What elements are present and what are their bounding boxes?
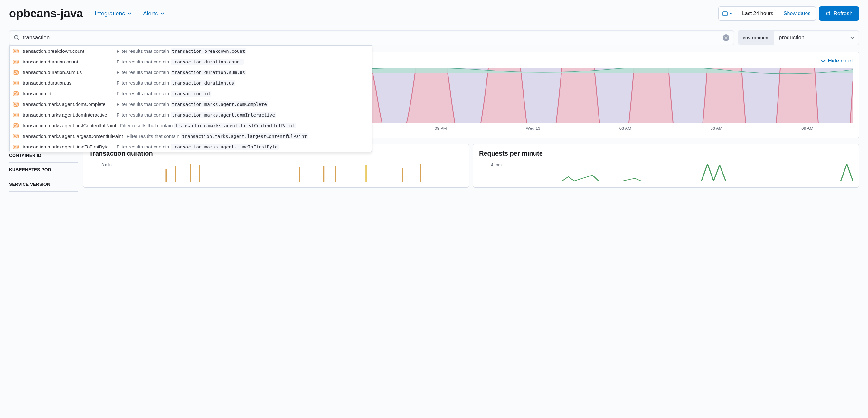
suggestion-field-name: transaction.marks.agent.timeToFirstByte xyxy=(23,144,113,149)
suggestion-field-name: transaction.duration.us xyxy=(23,80,113,86)
field-type-icon xyxy=(13,113,19,117)
suggestion-item[interactable]: transaction.marks.agent.timeToFirstByteF… xyxy=(10,141,372,152)
suggestion-field-name: transaction.breakdown.count xyxy=(23,48,113,54)
suggestion-field-name: transaction.id xyxy=(23,91,113,96)
suggestion-description: Filter results that contain transaction.… xyxy=(117,144,279,149)
field-type-icon xyxy=(13,81,19,85)
refresh-button[interactable]: Refresh xyxy=(819,6,859,21)
suggestion-item[interactable]: transaction.duration.countFilter results… xyxy=(10,56,372,67)
clear-search-button[interactable] xyxy=(723,34,729,41)
chevron-down-icon xyxy=(730,12,733,14)
alerts-link[interactable]: Alerts xyxy=(143,10,164,17)
svg-line-5 xyxy=(18,39,19,40)
suggestion-description: Filter results that contain transaction.… xyxy=(117,91,211,96)
suggestion-code: transaction.marks.agent.domInteractive xyxy=(170,112,276,118)
x-tick: Wed 13 xyxy=(526,126,540,131)
field-type-icon xyxy=(13,134,19,139)
suggestion-code: transaction.duration.sum.us xyxy=(170,69,247,76)
suggestion-item[interactable]: transaction.idFilter results that contai… xyxy=(10,88,372,99)
field-type-icon xyxy=(13,145,19,149)
alerts-label: Alerts xyxy=(143,10,158,17)
date-picker[interactable]: Last 24 hours Show dates xyxy=(718,6,816,21)
y-tick-top: 4 rpm xyxy=(479,162,502,167)
search-box[interactable]: transaction.breakdown.countFilter result… xyxy=(9,30,734,45)
x-tick: 03 AM xyxy=(619,126,631,131)
suggestion-item[interactable]: transaction.marks.agent.largestContentfu… xyxy=(10,131,372,141)
suggestion-item[interactable]: transaction.marks.agent.firstContentfulP… xyxy=(10,120,372,131)
suggestion-code: transaction.breakdown.count xyxy=(170,48,247,54)
suggestion-description: Filter results that contain transaction.… xyxy=(117,80,235,86)
x-tick: 06 AM xyxy=(711,126,722,131)
close-icon xyxy=(724,36,727,39)
rpm-chart xyxy=(502,162,853,182)
suggestion-code: transaction.marks.agent.domComplete xyxy=(170,101,268,107)
suggestion-description: Filter results that contain transaction.… xyxy=(117,48,246,54)
show-dates-link[interactable]: Show dates xyxy=(778,11,816,17)
svg-point-4 xyxy=(14,35,18,39)
search-input[interactable] xyxy=(23,34,723,41)
field-type-icon xyxy=(13,60,19,64)
search-icon xyxy=(14,35,20,40)
y-tick-top: 1.3 min xyxy=(89,162,112,167)
suggestion-item[interactable]: transaction.duration.usFilter results th… xyxy=(10,78,372,88)
chevron-down-icon xyxy=(846,35,859,40)
suggestion-field-name: transaction.marks.agent.firstContentfulP… xyxy=(23,123,116,128)
suggestion-item[interactable]: transaction.marks.agent.domInteractiveFi… xyxy=(10,110,372,120)
refresh-icon xyxy=(826,11,831,16)
duration-chart xyxy=(112,162,463,182)
suggestion-item[interactable]: transaction.duration.sum.usFilter result… xyxy=(10,67,372,78)
date-range-display[interactable]: Last 24 hours xyxy=(737,11,778,17)
svg-rect-0 xyxy=(723,11,727,16)
suggestion-item[interactable]: transaction.breakdown.countFilter result… xyxy=(10,46,372,56)
field-type-icon xyxy=(13,49,19,54)
suggestion-field-name: transaction.marks.agent.largestContentfu… xyxy=(23,133,123,139)
chevron-down-icon xyxy=(821,60,826,62)
suggestion-field-name: transaction.marks.agent.domComplete xyxy=(23,101,113,107)
chevron-down-icon xyxy=(160,12,164,15)
suggestion-description: Filter results that contain transaction.… xyxy=(120,123,296,128)
suggestion-code: transaction.id xyxy=(170,91,211,97)
suggestion-field-name: transaction.duration.count xyxy=(23,59,113,64)
search-suggestions: transaction.breakdown.countFilter result… xyxy=(9,46,372,152)
suggestion-item[interactable]: transaction.marks.agent.domCompleteFilte… xyxy=(10,99,372,110)
filter-item[interactable]: KUBERNETES POD xyxy=(9,162,78,177)
suggestion-field-name: transaction.duration.sum.us xyxy=(23,69,113,75)
field-type-icon xyxy=(13,102,19,107)
field-type-icon xyxy=(13,123,19,128)
suggestion-code: transaction.duration.count xyxy=(170,59,244,65)
calendar-icon xyxy=(722,11,727,16)
integrations-link[interactable]: Integrations xyxy=(95,10,131,17)
environment-value: production xyxy=(774,34,846,41)
refresh-label: Refresh xyxy=(833,10,852,17)
chevron-down-icon xyxy=(127,12,131,15)
environment-label: environment xyxy=(738,31,774,45)
page-title: opbeans-java xyxy=(9,7,83,20)
suggestion-code: transaction.marks.agent.timeToFirstByte xyxy=(170,144,279,150)
suggestion-code: transaction.marks.agent.firstContentfulP… xyxy=(174,123,296,128)
field-type-icon xyxy=(13,91,19,96)
suggestion-description: Filter results that contain transaction.… xyxy=(127,133,308,139)
suggestion-description: Filter results that contain transaction.… xyxy=(117,59,244,64)
requests-per-minute-panel: Requests per minute 4 rpm xyxy=(473,144,859,188)
environment-selector[interactable]: environment production xyxy=(738,30,859,45)
suggestion-description: Filter results that contain transaction.… xyxy=(117,112,276,118)
suggestion-code: transaction.marks.agent.largestContentfu… xyxy=(181,133,308,139)
suggestion-description: Filter results that contain transaction.… xyxy=(117,101,268,107)
integrations-label: Integrations xyxy=(95,10,125,17)
panel-title: Requests per minute xyxy=(479,150,853,157)
x-tick: 09 AM xyxy=(801,126,813,131)
suggestion-code: transaction.duration.us xyxy=(170,80,236,86)
hide-chart-toggle[interactable]: Hide chart xyxy=(821,58,853,64)
suggestion-description: Filter results that contain transaction.… xyxy=(117,69,246,75)
hide-chart-label: Hide chart xyxy=(828,58,853,64)
field-type-icon xyxy=(13,70,19,75)
x-tick: 09 PM xyxy=(435,126,447,131)
date-quick-select[interactable] xyxy=(719,7,737,20)
filter-item[interactable]: SERVICE VERSION xyxy=(9,177,78,191)
suggestion-field-name: transaction.marks.agent.domInteractive xyxy=(23,112,113,118)
suggestions-scroll[interactable]: transaction.breakdown.countFilter result… xyxy=(10,46,372,152)
